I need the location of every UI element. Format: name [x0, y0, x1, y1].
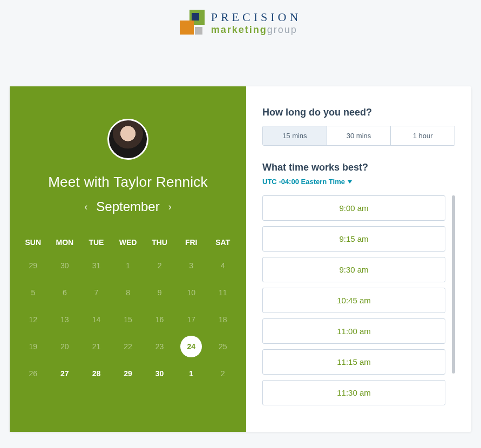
calendar-day: 7	[80, 279, 112, 306]
scrollbar[interactable]	[452, 195, 455, 411]
calendar-day: 2	[207, 360, 239, 387]
time-slot[interactable]: 11:00 am	[262, 318, 445, 344]
calendar-day: 4	[207, 252, 239, 279]
calendar-day: 9	[144, 279, 175, 306]
chevron-down-icon	[348, 180, 352, 184]
calendar-day: 14	[80, 306, 112, 333]
calendar-day: 21	[80, 333, 112, 360]
prev-month-button[interactable]: ‹	[84, 201, 87, 213]
calendar-day: 6	[49, 279, 81, 306]
calendar-day: 19	[17, 333, 49, 360]
time-slot[interactable]: 11:15 am	[262, 349, 445, 375]
calendar-day: 5	[17, 279, 49, 306]
duration-option[interactable]: 1 hour	[390, 126, 455, 145]
calendar-day: 10	[175, 279, 207, 306]
calendar-grid: SUNMONTUEWEDTHUFRISAT 293031123456789101…	[17, 233, 239, 387]
duration-option[interactable]: 30 mins	[327, 126, 391, 145]
time-slot[interactable]: 11:30 am	[262, 380, 445, 405]
host-avatar	[107, 119, 148, 160]
calendar-day: 17	[175, 306, 207, 333]
time-slot[interactable]: 10:45 am	[262, 288, 445, 313]
timezone-label: UTC -04:00 Eastern Time	[262, 178, 345, 186]
time-question: What time works best?	[262, 162, 455, 173]
timezone-selector[interactable]: UTC -04:00 Eastern Time	[262, 178, 352, 186]
calendar-dow: THU	[144, 233, 175, 252]
calendar-day: 26	[17, 360, 49, 387]
calendar-dow: SAT	[207, 233, 239, 252]
duration-question: How long do you need?	[262, 107, 455, 118]
calendar-dow: WED	[112, 233, 144, 252]
time-slots-list: 9:00 am9:15 am9:30 am10:45 am11:00 am11:…	[262, 195, 452, 411]
calendar-day: 11	[207, 279, 239, 306]
logo-icon	[180, 10, 206, 36]
calendar-dow: MON	[49, 233, 81, 252]
calendar-day: 3	[175, 252, 207, 279]
duration-group: 15 mins30 mins1 hour	[262, 126, 455, 146]
calendar-dow: TUE	[80, 233, 112, 252]
scheduler-card: Meet with Taylor Rennick ‹ September › S…	[10, 86, 471, 432]
calendar-day: 16	[144, 306, 175, 333]
calendar-day: 22	[112, 333, 144, 360]
time-slot[interactable]: 9:15 am	[262, 226, 445, 252]
calendar-dow: SUN	[17, 233, 49, 252]
calendar-day[interactable]: 24	[175, 333, 207, 360]
calendar-day[interactable]: 30	[144, 360, 175, 387]
calendar-day: 12	[17, 306, 49, 333]
calendar-day: 20	[49, 333, 81, 360]
calendar-day: 31	[80, 252, 112, 279]
brand-logo: PRECISION marketinggroup	[180, 10, 302, 36]
month-label: September	[96, 199, 159, 214]
calendar-day: 8	[112, 279, 144, 306]
calendar-day: 1	[112, 252, 144, 279]
calendar-day: 2	[144, 252, 175, 279]
time-panel: How long do you need? 15 mins30 mins1 ho…	[246, 86, 471, 432]
calendar-dow: FRI	[175, 233, 207, 252]
calendar-day: 15	[112, 306, 144, 333]
calendar-day[interactable]: 28	[80, 360, 112, 387]
calendar-panel: Meet with Taylor Rennick ‹ September › S…	[10, 86, 246, 432]
calendar-day: 30	[49, 252, 81, 279]
calendar-day: 29	[17, 252, 49, 279]
calendar-day[interactable]: 27	[49, 360, 81, 387]
calendar-day: 18	[207, 306, 239, 333]
calendar-day: 13	[49, 306, 81, 333]
duration-option[interactable]: 15 mins	[263, 126, 327, 145]
brand-text: PRECISION marketinggroup	[211, 10, 302, 36]
meeting-title: Meet with Taylor Rennick	[17, 174, 239, 191]
calendar-day: 23	[144, 333, 175, 360]
time-slot[interactable]: 9:00 am	[262, 195, 445, 221]
calendar-day: 25	[207, 333, 239, 360]
next-month-button[interactable]: ›	[168, 201, 172, 213]
scrollbar-thumb[interactable]	[452, 195, 455, 374]
calendar-day[interactable]: 1	[175, 360, 207, 387]
time-slot[interactable]: 9:30 am	[262, 257, 445, 282]
calendar-day[interactable]: 29	[112, 360, 144, 387]
